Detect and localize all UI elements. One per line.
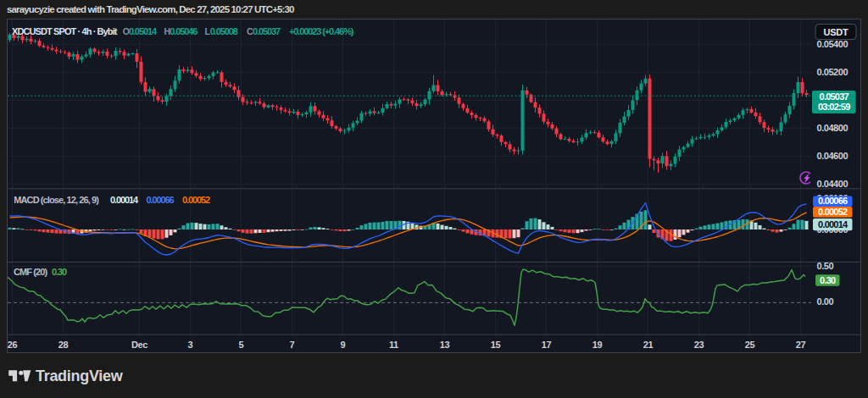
svg-text:5: 5 xyxy=(239,340,244,350)
svg-text:0.05008: 0.05008 xyxy=(210,26,238,36)
svg-text:9: 9 xyxy=(341,340,346,350)
svg-text:0.05046: 0.05046 xyxy=(170,26,198,36)
svg-text:0.00014: 0.00014 xyxy=(110,195,139,205)
svg-text:0.00: 0.00 xyxy=(817,296,834,307)
svg-text:03:02:59: 03:02:59 xyxy=(818,102,850,112)
svg-text:Dec: Dec xyxy=(131,340,147,350)
svg-text:0.30: 0.30 xyxy=(820,275,836,285)
svg-text:0.00014: 0.00014 xyxy=(818,219,849,229)
svg-text:0.30: 0.30 xyxy=(52,267,67,277)
svg-text:0.04600: 0.04600 xyxy=(817,151,849,161)
svg-text:28: 28 xyxy=(58,340,69,350)
svg-text:0.00052: 0.00052 xyxy=(818,207,848,217)
svg-text:0.05014: 0.05014 xyxy=(129,26,158,36)
svg-text:0.05400: 0.05400 xyxy=(817,39,849,49)
svg-text:CMF (20): CMF (20) xyxy=(14,267,47,277)
svg-text:13: 13 xyxy=(440,340,450,350)
svg-text:MACD (close, 12, 26, 9): MACD (close, 12, 26, 9) xyxy=(14,195,99,205)
svg-text:7: 7 xyxy=(290,340,295,350)
svg-text:11: 11 xyxy=(389,340,398,350)
svg-text:0.05200: 0.05200 xyxy=(817,67,849,77)
svg-text:15: 15 xyxy=(491,340,501,350)
svg-text:0.04400: 0.04400 xyxy=(817,179,849,189)
svg-text:0.00066: 0.00066 xyxy=(818,196,848,206)
svg-text:25: 25 xyxy=(745,340,755,350)
svg-text:0.04800: 0.04800 xyxy=(817,123,849,133)
svg-text:0.00066: 0.00066 xyxy=(147,195,175,205)
svg-text:23: 23 xyxy=(694,340,704,350)
svg-text:USDT: USDT xyxy=(823,27,849,37)
svg-text:26: 26 xyxy=(8,340,18,350)
svg-text:0.05037: 0.05037 xyxy=(820,91,849,102)
svg-text:+0.00023 (+0.46%): +0.00023 (+0.46%) xyxy=(289,26,354,36)
svg-text:0.00052: 0.00052 xyxy=(182,195,210,205)
svg-text:XDCUSDT SPOT · 4h · Bybit: XDCUSDT SPOT · 4h · Bybit xyxy=(12,26,118,36)
svg-text:0.50: 0.50 xyxy=(817,261,834,271)
svg-text:0.05037: 0.05037 xyxy=(253,26,281,36)
svg-text:27: 27 xyxy=(796,340,806,350)
svg-text:21: 21 xyxy=(643,340,654,350)
svg-text:17: 17 xyxy=(542,340,552,350)
svg-text:3: 3 xyxy=(188,340,193,350)
svg-text:19: 19 xyxy=(593,340,603,350)
